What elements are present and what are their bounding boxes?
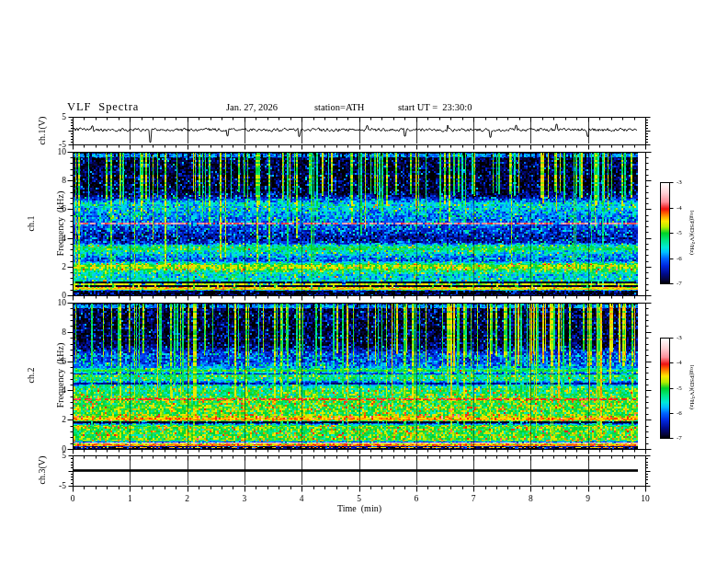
- x-tick-label: 2: [185, 494, 189, 503]
- colorbar-tick-label-2: -4: [677, 359, 682, 366]
- header-date: Jan. 27, 2026: [226, 102, 278, 112]
- colorbar-tick-label-1: -7: [677, 280, 682, 287]
- y-tick-label-ch1_spec: 8: [62, 176, 66, 185]
- vlf-spectra-figure: VLF Spectra Jan. 27, 2026 station=ATH st…: [0, 0, 728, 563]
- header-start-ut: start UT = 23:30:0: [398, 102, 472, 112]
- colorbar-tick-label-1: -6: [677, 255, 682, 262]
- y-axis-label-ch2-frequency: ch.2 Frequency (kHz): [7, 343, 85, 408]
- y-tick-label-ch1_spec: 6: [62, 204, 66, 213]
- colorbar-label-1: log(PSD)(V²/Hz): [688, 211, 696, 255]
- y-tick-label-ch1_spec: 10: [58, 147, 67, 156]
- x-tick-label: 5: [357, 494, 361, 503]
- figure-title: VLF Spectra: [67, 100, 139, 114]
- y-tick-label-ch3_wave: -5: [59, 481, 66, 490]
- x-tick-label: 10: [641, 494, 650, 503]
- y-tick-label-ch2_spec: 6: [62, 357, 66, 366]
- x-tick-label: 8: [529, 494, 533, 503]
- colorbar-tick-label-1: -4: [677, 204, 682, 212]
- x-tick-label: 9: [586, 494, 590, 503]
- y-axis-label-ch2: ch.2: [27, 343, 37, 408]
- y-axis-label-ch1v: ch.1(V): [38, 117, 48, 145]
- colorbar-tick-label-1: -3: [677, 178, 682, 186]
- y-tick-label-ch2_spec: 2: [62, 415, 66, 424]
- y-axis-label-ch1: ch.1: [27, 191, 37, 257]
- y-tick-label-ch2_spec: 10: [58, 298, 67, 307]
- x-tick-label: 4: [300, 494, 304, 503]
- colorbar-tick-label-2: -3: [677, 334, 682, 341]
- plot-canvas: [0, 0, 728, 563]
- y-tick-label-ch1_wave: 5: [62, 112, 66, 121]
- y-tick-label-ch3_wave: 5: [62, 451, 66, 460]
- colorbar-label-2: log(PSD)(V²/Hz): [688, 365, 696, 409]
- x-axis-label: Time (min): [337, 503, 381, 513]
- y-tick-label-ch2_spec: 8: [62, 327, 66, 337]
- y-tick-label-ch2_spec: 4: [62, 385, 66, 395]
- y-axis-label-ch1-frequency: ch.1 Frequency (kHz): [7, 191, 85, 257]
- y-axis-label-ch3v: ch.3(V): [38, 456, 48, 485]
- y-axis-label-frequency-khz-1: Frequency (kHz): [56, 191, 66, 257]
- y-tick-label-ch1_spec: 2: [62, 262, 66, 271]
- x-tick-label: 3: [243, 494, 247, 503]
- y-axis-label-frequency-khz-2: Frequency (kHz): [56, 343, 66, 408]
- x-tick-label: 6: [414, 494, 418, 503]
- header-station: station=ATH: [314, 102, 364, 112]
- colorbar-tick-label-1: -5: [677, 229, 682, 236]
- y-tick-label-ch1_spec: 4: [62, 234, 66, 243]
- x-tick-label: 1: [128, 494, 132, 503]
- x-tick-label: 7: [472, 494, 476, 503]
- colorbar-tick-label-2: -5: [677, 385, 682, 392]
- colorbar-tick-label-2: -6: [677, 409, 682, 417]
- x-tick-label: 0: [71, 494, 75, 503]
- colorbar-tick-label-2: -7: [677, 434, 682, 442]
